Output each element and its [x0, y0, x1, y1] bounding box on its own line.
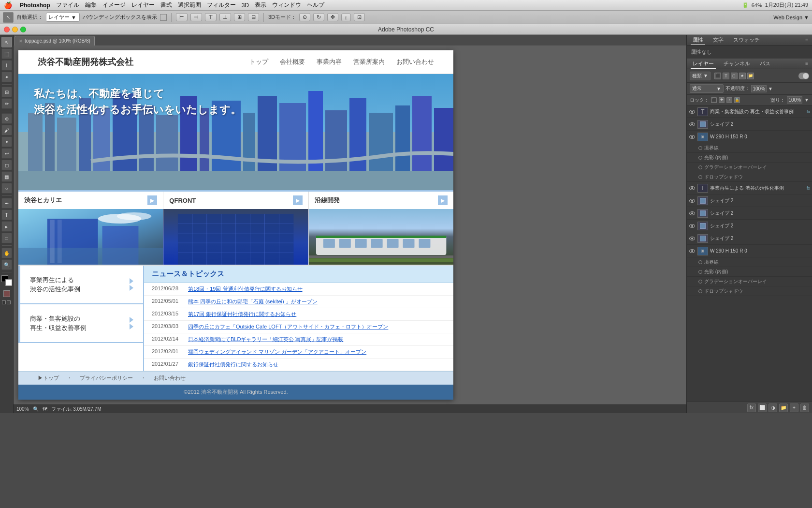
layer-vis-1[interactable]: [689, 121, 696, 128]
3d-roll-btn[interactable]: ↻: [313, 13, 324, 21]
workspace-selector[interactable]: Web Design ▼: [773, 15, 809, 20]
menu-layer[interactable]: レイヤー: [131, 1, 155, 9]
history-brush-tool[interactable]: ↩: [1, 148, 12, 159]
filter-pixel-icon[interactable]: ⬛: [714, 73, 721, 79]
move-tool-btn[interactable]: ↖: [3, 12, 14, 23]
zoom-tool[interactable]: 🔍: [1, 259, 12, 270]
layer-dropdown[interactable]: レイヤー ▼: [46, 13, 80, 22]
fill-icon[interactable]: ▼: [804, 97, 809, 103]
layer-item-0[interactable]: T商業・集客施設の 再生・収益改善事例fx: [687, 105, 812, 118]
marquee-tool[interactable]: ⬚: [1, 48, 12, 59]
layer-item-5[interactable]: シェイプ 2: [687, 207, 812, 220]
clone-tool[interactable]: ✦: [1, 136, 12, 147]
layer-item-1[interactable]: シェイプ 2: [687, 118, 812, 131]
filter-group-icon[interactable]: 📁: [747, 73, 754, 79]
3d-scale-btn[interactable]: ⊡: [354, 13, 365, 21]
minimize-btn[interactable]: [12, 27, 18, 32]
tab-swatches[interactable]: スウォッチ: [731, 35, 762, 45]
layer-item-2[interactable]: ▣W 290 H 150 R 0: [687, 131, 812, 143]
filter-shape-icon[interactable]: ◻: [731, 73, 738, 79]
tab-close[interactable]: ✕: [19, 39, 23, 44]
col3-arrow[interactable]: ▶: [438, 195, 448, 205]
news-link-3[interactable]: 四季の丘にカフェ「Outside Cafe LOFT（アウトサイド・カフェ・ロフ…: [188, 323, 388, 330]
box-jigyou[interactable]: 事業再生による 渋谷の活性化事例: [18, 266, 143, 304]
new-layer-btn[interactable]: +: [790, 403, 798, 412]
filter-smart-icon[interactable]: ★: [739, 73, 746, 79]
opacity-input[interactable]: [751, 85, 767, 92]
tab-layers[interactable]: レイヤー: [691, 59, 716, 69]
lasso-tool[interactable]: ⌇: [1, 60, 12, 71]
tab-paths[interactable]: パス: [758, 59, 772, 68]
nav-offices[interactable]: 営業所案内: [353, 58, 385, 66]
gradient-tool[interactable]: ▦: [1, 171, 12, 182]
box-shogyo[interactable]: 商業・集客施設の 再生・収益改善事例: [18, 304, 143, 343]
footer-top[interactable]: ▶トップ: [38, 374, 59, 382]
nav-about[interactable]: 会社概要: [280, 58, 305, 66]
layer-vis-0[interactable]: [689, 108, 696, 115]
col2-arrow[interactable]: ▶: [293, 195, 303, 205]
menu-3d[interactable]: 3D: [242, 2, 249, 9]
news-link-1[interactable]: 熊本 四季の丘に和の邸宅「石庭 (sekitei) 」がオープン: [188, 298, 318, 305]
new-group-btn[interactable]: 📁: [779, 403, 788, 412]
menu-help[interactable]: ヘルプ: [307, 1, 324, 9]
col1-arrow[interactable]: ▶: [147, 195, 157, 205]
maximize-btn[interactable]: [20, 27, 26, 32]
layer-vis-4[interactable]: [689, 197, 696, 204]
delete-layer-btn[interactable]: 🗑: [800, 403, 809, 412]
heal-tool[interactable]: ⊕: [1, 113, 12, 124]
3d-slide-btn[interactable]: ↕: [341, 14, 351, 21]
footer-privacy[interactable]: プライバシーポリシー: [80, 374, 133, 382]
eyedropper-tool[interactable]: ✏: [1, 98, 12, 109]
hand-tool[interactable]: ✋: [1, 248, 12, 258]
pen-tool[interactable]: ✒: [1, 198, 12, 209]
apple-menu[interactable]: 🍎: [4, 1, 12, 9]
layer-vis-3[interactable]: [689, 185, 696, 192]
doc-canvas-wrapper[interactable]: 渋谷不動産開発株式会社 トップ 会社概要 事業内容 営業所案内 お問い合わせ: [14, 45, 686, 404]
menu-view[interactable]: 表示: [255, 1, 266, 9]
filter-dropdown[interactable]: 種類 ▼: [690, 72, 710, 80]
footer-contact[interactable]: お問い合わせ: [154, 374, 186, 382]
news-link-2[interactable]: 第17回 銀行保証付社債発行に関するお知らせ: [188, 311, 296, 318]
menu-window[interactable]: ウィンドウ: [272, 1, 301, 9]
layer-item-8[interactable]: ▣W 290 H 150 R 0: [687, 245, 812, 257]
layer-vis-2[interactable]: [689, 134, 696, 140]
add-adj-btn[interactable]: ◑: [768, 403, 777, 412]
align-left-btn[interactable]: ⊢: [176, 13, 188, 21]
filter-toggle[interactable]: [798, 73, 809, 79]
doc-tab[interactable]: ✕ toppage.psd @ 100% (RGB/8): [14, 36, 95, 45]
opacity-icon[interactable]: ▼: [768, 86, 773, 91]
layer-vis-6[interactable]: [689, 223, 696, 229]
app-name[interactable]: Photoshop: [20, 2, 50, 9]
lock-pos-icon[interactable]: ✚: [719, 97, 725, 103]
shape-tool[interactable]: □: [1, 233, 12, 243]
news-link-5[interactable]: 福岡ウェディングアイランド マリゾン ガーデン「アクアコート」オープン: [188, 348, 366, 356]
blend-mode-dropdown[interactable]: 通常 ▼: [690, 84, 724, 93]
move-tool[interactable]: ↖: [1, 37, 12, 47]
layer-item-7[interactable]: シェイプ 2: [687, 232, 812, 245]
nav-contact[interactable]: お問い合わせ: [396, 58, 434, 66]
filter-adj-icon[interactable]: T: [723, 73, 729, 79]
quick-mask-btn[interactable]: [2, 289, 12, 299]
add-mask-btn[interactable]: ⬜: [758, 403, 767, 412]
layer-item-6[interactable]: シェイプ 2: [687, 220, 812, 232]
eraser-tool[interactable]: ◻: [1, 160, 12, 170]
news-link-6[interactable]: 銀行保証付社債発行に関するお知らせ: [188, 361, 278, 368]
tab-channels[interactable]: チャンネル: [722, 59, 752, 68]
3d-orbit-btn[interactable]: ⊙: [299, 13, 310, 21]
tab-type[interactable]: 文字: [711, 35, 725, 45]
align-right-btn[interactable]: ⊤: [205, 13, 217, 21]
lock-pixel-icon[interactable]: ⬛: [711, 97, 717, 103]
menu-filter[interactable]: フィルター: [207, 1, 236, 9]
align-center-v-btn[interactable]: ⊣: [190, 13, 202, 21]
3d-pan-btn[interactable]: ✥: [327, 13, 338, 21]
news-link-0[interactable]: 第18回・19回 普通利付債発行に関するお知らせ: [188, 285, 303, 293]
layer-vis-7[interactable]: [689, 235, 696, 242]
align-bottom-btn[interactable]: ⊟: [248, 13, 259, 21]
screen-mode-btns[interactable]: [2, 300, 12, 304]
brush-tool[interactable]: 🖌: [1, 125, 12, 135]
menu-edit[interactable]: 編集: [85, 1, 97, 9]
background-color[interactable]: [5, 279, 12, 286]
align-middle-btn[interactable]: ⊞: [234, 13, 245, 21]
fill-input[interactable]: [787, 96, 802, 104]
nav-business[interactable]: 事業内容: [317, 58, 342, 66]
